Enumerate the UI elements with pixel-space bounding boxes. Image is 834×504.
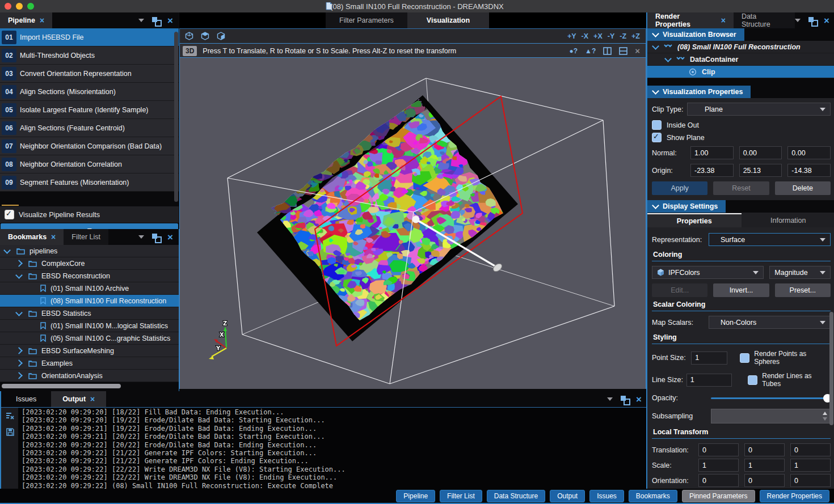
console-log[interactable]: [2023:02:20 09:29:20] [18/22] Fill Bad D…: [18, 408, 646, 489]
axis-view-minusZ[interactable]: -Z: [620, 32, 626, 40]
pipeline-step[interactable]: 03Convert Orientation Representation: [0, 65, 179, 83]
visualization-browser-header[interactable]: Visualization Browser: [647, 28, 834, 41]
panel-menu-icon[interactable]: [607, 397, 613, 401]
map-scalars-dropdown[interactable]: Non-Colors: [709, 316, 831, 329]
close-panel-icon[interactable]: ×: [636, 395, 642, 404]
close-panel-icon[interactable]: ×: [167, 232, 173, 242]
panel-menu-icon[interactable]: [795, 19, 801, 22]
normal-field-2[interactable]: 0.00: [787, 146, 831, 159]
plane-normal-handle[interactable]: [492, 262, 503, 273]
invert-colormap-button[interactable]: Invert...: [713, 283, 769, 297]
delete-button[interactable]: Delete: [775, 181, 831, 195]
translation-field-2[interactable]: 0: [790, 443, 831, 456]
close-panel-icon[interactable]: ×: [824, 16, 829, 26]
bookmarks-folder[interactable]: Examples: [0, 357, 179, 370]
preset-colormap-button[interactable]: Preset...: [775, 283, 831, 297]
pipeline-step[interactable]: 06Align Sections (Feature Centroid): [0, 119, 179, 137]
render-panel-scrollbar[interactable]: [829, 312, 833, 425]
chevron-down-icon[interactable]: [3, 247, 11, 254]
panel-menu-icon[interactable]: [138, 19, 144, 22]
bookmarks-folder[interactable]: EBSD Statistics: [0, 307, 179, 320]
panel-menu-icon[interactable]: [138, 235, 144, 239]
save-log-icon[interactable]: [6, 428, 14, 436]
float-panel-icon[interactable]: [152, 234, 159, 241]
origin-field-0[interactable]: -23.38: [690, 164, 734, 177]
bookmarks-folder[interactable]: EBSD Reconstruction: [0, 270, 179, 282]
bookmarks-pipeline-item[interactable]: (01) Small IN100 M...logical Statistics: [0, 320, 179, 332]
camera-front-view-icon[interactable]: [200, 32, 210, 41]
representation-dropdown[interactable]: Surface: [709, 233, 831, 246]
scale-field-2[interactable]: 1: [790, 459, 831, 472]
chevron-right-icon[interactable]: [15, 260, 23, 267]
bookmarks-folder[interactable]: OrientationAnalysis: [0, 370, 179, 382]
browser-item--08-small-in100-full-reconstruction[interactable]: (08) Small IN100 Full Reconstruction: [647, 41, 834, 53]
close-tab-icon[interactable]: ×: [51, 233, 56, 241]
clip-type-dropdown[interactable]: Plane: [687, 103, 831, 116]
tab-information[interactable]: Information: [742, 213, 834, 227]
float-panel-icon[interactable]: [621, 396, 628, 403]
tab-pipeline[interactable]: Pipeline ×: [0, 12, 52, 28]
pipeline-step[interactable]: 05Isolate Largest Feature (Identify Samp…: [0, 101, 179, 119]
cell-picker-icon[interactable]: ▲?: [585, 47, 596, 55]
normal-field-1[interactable]: 0.00: [739, 146, 782, 159]
apply-button[interactable]: Apply: [652, 181, 707, 195]
float-panel-icon[interactable]: [152, 17, 159, 24]
opacity-slider[interactable]: [711, 397, 831, 399]
spin-down-icon[interactable]: [823, 417, 827, 421]
chevron-down-icon[interactable]: [652, 43, 659, 50]
translation-field-0[interactable]: 0: [698, 443, 739, 456]
translation-field-1[interactable]: 0: [744, 443, 785, 456]
spin-up-icon[interactable]: [823, 412, 827, 415]
browser-item-datacontainer[interactable]: DataContainer: [647, 53, 834, 66]
subsampling-spinner[interactable]: [711, 409, 831, 423]
points-as-spheres-checkbox[interactable]: [740, 353, 749, 363]
close-tab-icon[interactable]: ×: [90, 395, 95, 403]
camera-iso-view-icon[interactable]: [216, 32, 226, 41]
point-size-field[interactable]: 1: [691, 351, 727, 365]
axis-view-minusY[interactable]: -Y: [608, 32, 615, 40]
orientation-field-0[interactable]: 0: [698, 474, 739, 487]
chevron-right-icon[interactable]: [15, 372, 23, 379]
bookmarks-pipeline-item[interactable]: (08) Small IN100 Full Reconstruction: [0, 295, 179, 307]
bookmarks-pipeline-item[interactable]: (05) Small IN100 C...graphic Statistics: [0, 332, 179, 345]
chevron-down-icon[interactable]: [15, 272, 23, 279]
chevron-right-icon[interactable]: [15, 347, 23, 354]
dock-toggle-issues[interactable]: Issues: [589, 490, 624, 502]
lines-as-tubes-checkbox[interactable]: [748, 375, 757, 385]
chevron-down-icon[interactable]: [15, 309, 23, 316]
dock-toggle-pipeline[interactable]: Pipeline: [396, 490, 435, 502]
bookmarks-hscrollbar[interactable]: [2, 384, 121, 388]
plane-origin-handle[interactable]: [412, 216, 420, 223]
visualization-properties-header[interactable]: Visualization Properties: [647, 86, 834, 98]
close-tab-icon[interactable]: ×: [721, 16, 726, 24]
component-dropdown[interactable]: Magnitude: [769, 266, 831, 279]
point-picker-icon[interactable]: ●?: [569, 47, 578, 55]
pipeline-scrollbar[interactable]: [174, 32, 178, 202]
edit-colormap-button[interactable]: Edit...: [652, 283, 707, 297]
reset-button[interactable]: Reset: [713, 181, 769, 195]
pipeline-step[interactable]: 04Align Sections (Misorientation): [0, 83, 179, 101]
browser-item-clip[interactable]: Clip: [647, 66, 834, 78]
dock-toggle-pinned-parameters[interactable]: Pinned Parameters: [682, 490, 755, 502]
tab-data-structure[interactable]: Data Structure: [734, 12, 795, 28]
origin-field-2[interactable]: -14.38: [787, 164, 831, 177]
scale-field-0[interactable]: 1: [698, 459, 739, 472]
tab-render-properties[interactable]: Render Properties ×: [647, 12, 734, 28]
pipeline-step[interactable]: 08Neighbor Orientation Correlation: [0, 155, 179, 173]
bookmarks-pipeline-item[interactable]: (01) Small IN100 Archive: [0, 282, 179, 295]
dock-toggle-filter-list[interactable]: Filter List: [440, 490, 482, 502]
inside-out-checkbox[interactable]: [652, 120, 662, 130]
pipeline-step[interactable]: 07Neighbor Orientation Comparison (Bad D…: [0, 137, 179, 155]
split-vertical-icon[interactable]: [603, 47, 612, 55]
tab-output[interactable]: Output ×: [51, 391, 106, 407]
orientation-field-1[interactable]: 0: [744, 474, 785, 487]
tab-filter-list[interactable]: Filter List: [64, 229, 108, 245]
split-horizontal-icon[interactable]: [619, 47, 627, 55]
render-area[interactable]: ZXY: [179, 57, 646, 389]
dock-toggle-render-properties[interactable]: Render Properties: [760, 490, 829, 502]
pipeline-step[interactable]: 09Segment Features (Misorientation): [0, 173, 179, 192]
tab-filter-parameters[interactable]: Filter Parameters: [326, 12, 407, 28]
dock-toggle-bookmarks[interactable]: Bookmarks: [629, 490, 677, 502]
bookmarks-folder[interactable]: ComplexCore: [0, 257, 179, 270]
axis-view-minusX[interactable]: -X: [582, 32, 589, 40]
